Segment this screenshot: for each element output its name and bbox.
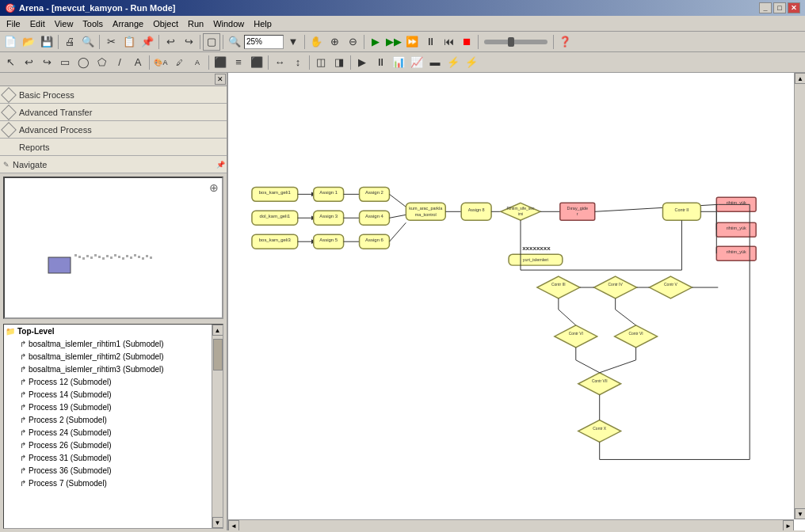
draw-ellipse[interactable]: ◯ bbox=[74, 54, 92, 71]
svg-marker-73 bbox=[555, 325, 597, 348]
tree-item-3[interactable]: ↱ Process 12 (Submodel) bbox=[4, 375, 212, 388]
tree-item-6[interactable]: ↱ Process 2 (Submodel) bbox=[4, 413, 212, 426]
maximize-button[interactable]: □ bbox=[773, 2, 786, 13]
menu-help[interactable]: Help bbox=[249, 17, 277, 30]
align-right[interactable]: ⬛ bbox=[248, 54, 265, 71]
scroll-right-down[interactable]: ▼ bbox=[795, 508, 805, 519]
tree-item-9[interactable]: ↱ Process 31 (Submodel) bbox=[4, 451, 212, 464]
run-step-back-button[interactable]: ⏮ bbox=[440, 33, 457, 51]
tree-root-item[interactable]: 📁 Top-Level bbox=[4, 325, 212, 337]
spacing-v[interactable]: ↕ bbox=[289, 54, 307, 71]
save-button[interactable]: 💾 bbox=[38, 33, 55, 51]
print-button[interactable]: 🖨 bbox=[61, 33, 78, 51]
new-button[interactable]: 📄 bbox=[2, 33, 19, 51]
tree-submodel-icon-4: ↱ bbox=[20, 390, 26, 399]
zoom-out-button[interactable]: ⊖ bbox=[344, 33, 361, 51]
zoom-fit-button[interactable]: 🔍 bbox=[226, 33, 243, 51]
redo-button[interactable]: ↪ bbox=[180, 33, 197, 51]
menu-edit[interactable]: Edit bbox=[25, 17, 50, 30]
tree-item-8[interactable]: ↱ Process 26 (Submodel) bbox=[4, 439, 212, 451]
anim-graph[interactable]: 📈 bbox=[408, 54, 425, 71]
section-basic-process[interactable]: Basic Process bbox=[0, 86, 227, 104]
preview-button[interactable]: 🔍 bbox=[79, 33, 97, 51]
menu-tools[interactable]: Tools bbox=[78, 17, 108, 30]
size-w[interactable]: ◫ bbox=[312, 54, 330, 71]
section-advanced-transfer[interactable]: Advanced Transfer bbox=[0, 104, 227, 121]
help-button[interactable]: ❓ bbox=[556, 33, 574, 51]
tree-item-0[interactable]: ↱ bosaltma_islemler_rihtim1 (Submodel) bbox=[4, 337, 212, 350]
anim-extra1[interactable]: ⚡ bbox=[444, 54, 462, 71]
spacing-h[interactable]: ↔ bbox=[271, 54, 288, 71]
section-reports[interactable]: Reports bbox=[0, 139, 227, 156]
titlebar-controls[interactable]: _ □ ✕ bbox=[759, 2, 800, 13]
tree-item-7[interactable]: ↱ Process 24 (Submodel) bbox=[4, 426, 212, 439]
speed-slider[interactable] bbox=[484, 40, 547, 44]
run-stop-button[interactable]: ⏹ bbox=[458, 33, 475, 51]
paste-button[interactable]: 📌 bbox=[139, 33, 156, 51]
align-left[interactable]: ⬛ bbox=[212, 54, 229, 71]
tree-area[interactable]: 📁 Top-Level ↱ bosaltma_islemler_rihtim1 … bbox=[3, 324, 223, 529]
menu-file[interactable]: File bbox=[2, 17, 25, 30]
reports-label: Reports bbox=[19, 142, 50, 152]
draw-rect[interactable]: ▭ bbox=[56, 54, 74, 71]
right-scrollbar[interactable]: ▲ ▼ bbox=[794, 73, 805, 519]
fill-color[interactable]: 🎨A bbox=[152, 54, 170, 71]
line-color[interactable]: 🖊 bbox=[170, 54, 188, 71]
menu-view[interactable]: View bbox=[50, 17, 78, 30]
scroll-thumb[interactable] bbox=[213, 339, 223, 370]
canvas-area[interactable]: bos_kam_geli1 dol_kam_geli1 bos_kam_geli… bbox=[228, 73, 805, 530]
run-pause-button[interactable]: ⏸ bbox=[422, 33, 439, 51]
svg-text:Assign 5: Assign 5 bbox=[319, 238, 338, 242]
anim-bar[interactable]: ▬ bbox=[426, 54, 444, 71]
scroll-down-arrow[interactable]: ▼ bbox=[212, 517, 223, 528]
select-button[interactable]: ▢ bbox=[203, 33, 220, 51]
tree-item-4[interactable]: ↱ Process 14 (Submodel) bbox=[4, 388, 212, 401]
zoom-arrow[interactable]: ▼ bbox=[284, 33, 302, 51]
open-button[interactable]: 📂 bbox=[20, 33, 37, 51]
run-go-button[interactable]: ▶ bbox=[367, 33, 384, 51]
panel-close-button[interactable]: ✕ bbox=[215, 74, 226, 85]
menu-arrange[interactable]: Arrange bbox=[108, 17, 148, 30]
run-fast-button[interactable]: ▶▶ bbox=[385, 33, 402, 51]
cut-button[interactable]: ✂ bbox=[102, 33, 120, 51]
anim-chart[interactable]: 📊 bbox=[390, 54, 407, 71]
tree-item-2[interactable]: ↱ bosaltma_islemler_rihtim3 (Submodel) bbox=[4, 363, 212, 375]
section-navigate[interactable]: ✎ Navigate 📌 bbox=[0, 156, 227, 173]
size-h[interactable]: ◨ bbox=[330, 54, 348, 71]
zoom-value[interactable]: 25% bbox=[244, 35, 284, 49]
minimize-button[interactable]: _ bbox=[759, 2, 772, 13]
copy-button[interactable]: 📋 bbox=[120, 33, 138, 51]
menu-run[interactable]: Run bbox=[183, 17, 208, 30]
svg-text:Contr VI: Contr VI bbox=[628, 331, 643, 336]
scroll-bottom-right[interactable]: ► bbox=[783, 520, 794, 530]
bottom-scrollbar[interactable]: ◄ ► bbox=[228, 519, 794, 530]
anim-extra2[interactable]: ⚡ bbox=[463, 54, 480, 71]
preview-zoom-icon[interactable]: ⊕ bbox=[209, 181, 219, 194]
tree-item-11[interactable]: ↱ Process 7 (Submodel) bbox=[4, 477, 212, 489]
section-advanced-process[interactable]: Advanced Process bbox=[0, 121, 227, 139]
anim-pause[interactable]: ⏸ bbox=[372, 54, 389, 71]
scroll-bottom-left[interactable]: ◄ bbox=[228, 520, 239, 530]
tree-item-1[interactable]: ↱ bosaltma_islemler_rihtim2 (Submodel) bbox=[4, 350, 212, 363]
tree-scrollbar[interactable]: ▲ ▼ bbox=[212, 325, 223, 528]
tree-item-10[interactable]: ↱ Process 36 (Submodel) bbox=[4, 464, 212, 477]
scroll-up-arrow[interactable]: ▲ bbox=[212, 325, 223, 336]
draw-pointer[interactable]: ↖ bbox=[2, 54, 19, 71]
align-center[interactable]: ≡ bbox=[230, 54, 247, 71]
draw-line[interactable]: / bbox=[111, 54, 128, 71]
pan-button[interactable]: ✋ bbox=[307, 33, 325, 51]
text-color[interactable]: A bbox=[189, 54, 206, 71]
draw-redo[interactable]: ↪ bbox=[38, 54, 55, 71]
anim-button[interactable]: ▶ bbox=[353, 54, 371, 71]
run-ffwd-button[interactable]: ⏩ bbox=[403, 33, 421, 51]
zoom-in-button[interactable]: ⊕ bbox=[326, 33, 343, 51]
draw-undo[interactable]: ↩ bbox=[20, 54, 37, 71]
undo-button[interactable]: ↩ bbox=[162, 33, 179, 51]
tree-item-5[interactable]: ↱ Process 19 (Submodel) bbox=[4, 401, 212, 413]
scroll-right-up[interactable]: ▲ bbox=[795, 73, 805, 84]
menu-window[interactable]: Window bbox=[208, 17, 249, 30]
draw-polygon[interactable]: ⬠ bbox=[93, 54, 110, 71]
menu-object[interactable]: Object bbox=[148, 17, 183, 30]
draw-text[interactable]: A bbox=[129, 54, 147, 71]
close-button[interactable]: ✕ bbox=[788, 2, 800, 13]
